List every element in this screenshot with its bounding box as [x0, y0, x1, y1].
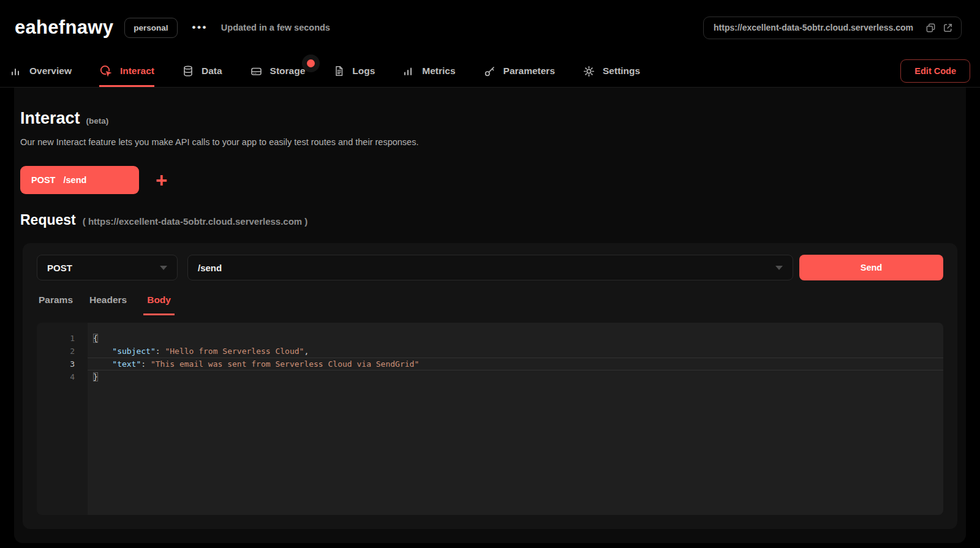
- route-method: POST: [31, 175, 55, 185]
- request-heading: Request: [20, 212, 76, 228]
- org-badge[interactable]: personal: [124, 18, 177, 38]
- code-line-1[interactable]: {: [88, 332, 943, 345]
- key-icon: [483, 65, 496, 78]
- chevron-down-icon: [160, 266, 167, 270]
- editor-code-area[interactable]: { "subject": "Hello from Serverless Clou…: [88, 323, 943, 515]
- app-name: eahefnawy: [15, 17, 113, 39]
- request-tab-body[interactable]: Body: [143, 295, 175, 315]
- route-post-send-button[interactable]: POST /send: [20, 166, 139, 194]
- page-description: Our new Interact feature lets you make A…: [20, 137, 960, 147]
- code-token: [93, 347, 112, 356]
- request-tabs: ParamsHeadersBody: [37, 295, 943, 315]
- bar-chart-icon: [10, 65, 22, 77]
- editor-gutter: 1234: [37, 323, 88, 515]
- method-select-value: POST: [47, 263, 72, 273]
- notification-dot: [307, 59, 315, 67]
- open-external-icon[interactable]: [942, 22, 954, 34]
- code-token: "Hello from Serverless Cloud": [165, 347, 304, 356]
- send-button[interactable]: Send: [799, 255, 943, 280]
- code-token: {: [93, 334, 98, 343]
- main-content: Interact (beta) Our new Interact feature…: [14, 88, 966, 543]
- code-token: "This email was sent from Serverless Clo…: [151, 359, 419, 369]
- path-select[interactable]: /send: [187, 255, 793, 280]
- tab-label: Interact: [120, 66, 154, 77]
- request-tab-params[interactable]: Params: [39, 295, 73, 315]
- tab-storage[interactable]: Storage: [250, 55, 306, 87]
- line-number: 1: [37, 332, 88, 345]
- code-token: :: [141, 359, 151, 369]
- tab-logs[interactable]: Logs: [333, 55, 375, 87]
- gear-icon: [582, 65, 595, 78]
- tab-label: Data: [202, 66, 222, 77]
- tab-label: Storage: [270, 66, 306, 77]
- click-icon: [99, 64, 113, 78]
- tab-label: Overview: [29, 66, 72, 77]
- tab-label: Settings: [603, 66, 640, 77]
- line-number: 3: [37, 358, 88, 370]
- code-line-4[interactable]: }: [88, 370, 943, 383]
- tab-settings[interactable]: Settings: [582, 55, 640, 87]
- route-path: /send: [63, 175, 86, 185]
- copy-icon[interactable]: [925, 22, 937, 34]
- code-token: "text": [112, 359, 141, 369]
- body-editor[interactable]: 1234 { "subject": "Hello from Serverless…: [37, 323, 943, 515]
- tab-label: Metrics: [422, 66, 455, 77]
- add-route-button[interactable]: +: [156, 170, 167, 190]
- tab-data[interactable]: Data: [182, 55, 222, 87]
- line-number: 2: [37, 345, 88, 358]
- main-nav: OverviewInteractDataStorageLogsMetricsPa…: [0, 55, 980, 88]
- app-url: https://excellent-data-5obtr.cloud.serve…: [714, 23, 919, 32]
- chevron-down-icon: [775, 266, 783, 270]
- line-number: 4: [37, 370, 88, 383]
- drive-icon: [250, 65, 263, 78]
- database-icon: [182, 65, 194, 77]
- request-url: ( https://excellent-data-5obtr.cloud.ser…: [83, 216, 308, 227]
- code-token: ,: [304, 347, 309, 356]
- code-line-2[interactable]: "subject": "Hello from Serverless Cloud"…: [88, 345, 943, 358]
- tab-label: Parameters: [503, 66, 555, 77]
- tab-metrics[interactable]: Metrics: [402, 55, 455, 87]
- tab-overview[interactable]: Overview: [10, 55, 72, 87]
- metrics-icon: [402, 65, 415, 77]
- code-token: :: [156, 347, 165, 356]
- app-header: eahefnawy personal ••• Updated in a few …: [0, 0, 980, 55]
- app-url-box: https://excellent-data-5obtr.cloud.serve…: [703, 17, 962, 39]
- updated-status: Updated in a few seconds: [221, 23, 330, 32]
- document-icon: [333, 65, 345, 77]
- code-token: "subject": [112, 347, 155, 356]
- method-select[interactable]: POST: [37, 255, 178, 280]
- overflow-menu-icon[interactable]: •••: [192, 21, 208, 34]
- tab-interact[interactable]: Interact: [99, 55, 154, 87]
- code-line-3[interactable]: "text": "This email was sent from Server…: [88, 358, 943, 370]
- tab-label: Logs: [352, 66, 375, 77]
- request-panel: POST /send Send ParamsHeadersBody 1234 {…: [23, 243, 957, 529]
- code-token: }: [93, 372, 98, 381]
- tab-parameters[interactable]: Parameters: [483, 55, 555, 87]
- page-title: Interact: [20, 109, 80, 128]
- edit-code-button[interactable]: Edit Code: [900, 59, 970, 83]
- request-tab-headers[interactable]: Headers: [89, 295, 127, 315]
- routes-row: POST /send +: [20, 166, 960, 194]
- beta-label: (beta): [86, 116, 109, 126]
- code-token: [93, 359, 112, 369]
- path-select-value: /send: [198, 263, 222, 273]
